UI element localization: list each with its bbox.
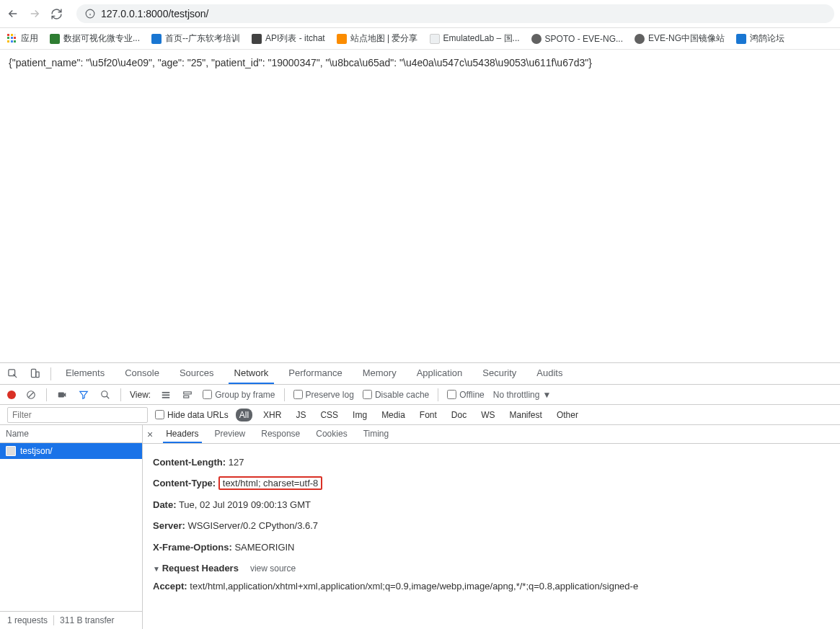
svg-rect-11 bbox=[162, 391, 170, 393]
tab-network[interactable]: Network bbox=[229, 363, 275, 384]
request-list: Name testjson/ 1 requests 311 B transfer bbox=[0, 425, 143, 629]
inspect-icon[interactable] bbox=[6, 368, 19, 379]
camera-icon[interactable] bbox=[56, 390, 68, 400]
tab-console[interactable]: Console bbox=[119, 363, 165, 384]
request-detail: × Headers Preview Response Cookies Timin… bbox=[143, 425, 840, 629]
filter-manifest[interactable]: Manifest bbox=[506, 409, 546, 421]
detail-tab-cookies[interactable]: Cookies bbox=[313, 426, 350, 443]
bookmark-icon bbox=[635, 34, 645, 44]
bookmark-item[interactable]: 鸿鹄论坛 bbox=[736, 32, 784, 45]
status-bar: 1 requests 311 B transfer bbox=[0, 611, 142, 629]
filter-ws[interactable]: WS bbox=[477, 409, 498, 421]
tab-performance[interactable]: Performance bbox=[283, 363, 348, 384]
filter-doc[interactable]: Doc bbox=[448, 409, 470, 421]
close-detail-button[interactable]: × bbox=[147, 429, 153, 440]
devtools-tabs: Elements Console Sources Network Perform… bbox=[0, 363, 840, 385]
chevron-down-icon: ▼ bbox=[542, 390, 551, 400]
bookmark-item[interactable]: EVE-NG中国镜像站 bbox=[635, 32, 725, 45]
filter-all[interactable]: All bbox=[236, 409, 252, 421]
filter-font[interactable]: Font bbox=[416, 409, 441, 421]
detail-tab-response[interactable]: Response bbox=[258, 426, 303, 443]
filter-other[interactable]: Other bbox=[553, 409, 582, 421]
tab-application[interactable]: Application bbox=[411, 363, 469, 384]
apps-button[interactable]: 应用 bbox=[7, 32, 38, 45]
filter-css[interactable]: CSS bbox=[317, 409, 342, 421]
offline-checkbox[interactable]: Offline bbox=[447, 390, 484, 400]
bookmark-item[interactable]: 站点地图 | 爱分享 bbox=[337, 32, 418, 45]
tab-sources[interactable]: Sources bbox=[174, 363, 220, 384]
request-list-header: Name bbox=[0, 425, 142, 443]
filter-xhr[interactable]: XHR bbox=[260, 409, 285, 421]
address-bar[interactable]: 127.0.0.1:8000/testjson/ bbox=[76, 4, 834, 23]
svg-rect-14 bbox=[184, 391, 192, 393]
transfer-size: 311 B transfer bbox=[60, 615, 120, 625]
header-row: X-Frame-Options: SAMEORIGIN bbox=[153, 539, 830, 556]
file-icon bbox=[6, 446, 16, 456]
detail-tab-preview[interactable]: Preview bbox=[212, 426, 249, 443]
bookmark-icon bbox=[252, 34, 262, 44]
header-row: Server: WSGIServer/0.2 CPython/3.6.7 bbox=[153, 517, 830, 534]
svg-rect-8 bbox=[58, 392, 64, 397]
bookmark-item[interactable]: 数据可视化微专业... bbox=[50, 32, 140, 45]
header-row: Content-Type: text/html; charset=utf-8 bbox=[153, 475, 830, 491]
throttling-select[interactable]: No throttling ▼ bbox=[493, 390, 552, 400]
hide-data-urls-checkbox[interactable]: Hide data URLs bbox=[155, 410, 229, 420]
clear-button[interactable] bbox=[25, 390, 37, 400]
tab-audits[interactable]: Audits bbox=[531, 363, 568, 384]
reload-button[interactable] bbox=[49, 6, 63, 21]
svg-point-9 bbox=[102, 391, 107, 396]
request-headers-section[interactable]: Request Headersview source bbox=[153, 563, 830, 574]
bookmark-icon bbox=[151, 34, 162, 44]
page-body: {"patient_name": "\u5f20\u4e09", "age": … bbox=[0, 50, 840, 362]
back-button[interactable] bbox=[6, 6, 20, 21]
header-row: Date: Tue, 02 Jul 2019 09:00:13 GMT bbox=[153, 496, 830, 513]
bookmark-item[interactable]: 首页--广东软考培训 bbox=[151, 32, 240, 45]
forward-button[interactable] bbox=[27, 6, 42, 21]
tab-elements[interactable]: Elements bbox=[60, 363, 110, 384]
info-icon bbox=[85, 9, 95, 19]
content-type-highlight: text/html; charset=utf-8 bbox=[218, 476, 323, 490]
view-source-link[interactable]: view source bbox=[250, 563, 296, 574]
request-item[interactable]: testjson/ bbox=[0, 443, 142, 459]
device-icon[interactable] bbox=[28, 368, 42, 379]
bookmark-item[interactable]: SPOTO - EVE-NG... bbox=[531, 34, 623, 44]
header-row: Accept: text/html,application/xhtml+xml,… bbox=[153, 578, 830, 594]
detail-tab-headers[interactable]: Headers bbox=[163, 426, 201, 443]
tab-memory[interactable]: Memory bbox=[357, 363, 402, 384]
view-label: View: bbox=[130, 390, 151, 400]
filter-media[interactable]: Media bbox=[378, 409, 409, 421]
header-row: Content-Length: 127 bbox=[153, 454, 830, 470]
group-by-frame-checkbox[interactable]: Group by frame bbox=[203, 390, 275, 400]
headers-panel: Content-Length: 127 Content-Type: text/h… bbox=[143, 444, 840, 629]
overview-icon[interactable] bbox=[181, 390, 194, 400]
filter-img[interactable]: Img bbox=[349, 409, 371, 421]
filter-js[interactable]: JS bbox=[292, 409, 309, 421]
bookmarks-bar: 应用 数据可视化微专业... 首页--广东软考培训 API列表 - itchat… bbox=[0, 28, 840, 50]
json-response: {"patient_name": "\u5f20\u4e09", "age": … bbox=[9, 57, 592, 68]
svg-rect-5 bbox=[36, 372, 39, 378]
filter-input[interactable] bbox=[7, 407, 148, 423]
bookmark-icon bbox=[337, 34, 347, 44]
devtools: Elements Console Sources Network Perform… bbox=[0, 362, 840, 629]
bookmark-item[interactable]: API列表 - itchat bbox=[252, 32, 325, 45]
apps-icon bbox=[7, 34, 17, 44]
url-text: 127.0.0.1:8000/testjson/ bbox=[101, 8, 208, 19]
large-rows-icon[interactable] bbox=[159, 390, 172, 400]
svg-rect-4 bbox=[32, 369, 36, 377]
svg-rect-13 bbox=[162, 396, 170, 398]
disable-cache-checkbox[interactable]: Disable cache bbox=[363, 390, 429, 400]
svg-line-10 bbox=[107, 396, 110, 398]
filter-icon[interactable] bbox=[77, 390, 90, 400]
preserve-log-checkbox[interactable]: Preserve log bbox=[293, 390, 354, 400]
bookmark-icon bbox=[531, 34, 541, 44]
search-icon[interactable] bbox=[99, 390, 112, 400]
bookmark-icon bbox=[50, 34, 60, 44]
bookmark-item[interactable]: EmulatedLab – 国... bbox=[430, 32, 520, 45]
requests-count: 1 requests bbox=[7, 615, 54, 625]
tab-security[interactable]: Security bbox=[477, 363, 522, 384]
apps-label: 应用 bbox=[21, 32, 38, 45]
record-button[interactable] bbox=[7, 391, 16, 399]
detail-tab-timing[interactable]: Timing bbox=[361, 426, 392, 443]
request-name: testjson/ bbox=[20, 446, 53, 456]
detail-tabs: × Headers Preview Response Cookies Timin… bbox=[143, 425, 840, 444]
